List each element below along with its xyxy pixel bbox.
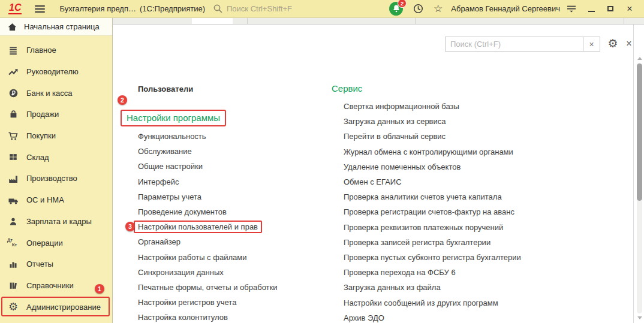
home-icon <box>7 22 17 32</box>
maximize-button[interactable] <box>603 2 618 16</box>
sidebar: Начальная страница Главное Руководителю … <box>0 18 113 323</box>
favorites-button[interactable]: ☆ <box>434 4 443 14</box>
service-menu-button[interactable] <box>566 4 577 14</box>
main-menu-hamburger-icon[interactable] <box>35 5 45 13</box>
app-context: (1С:Предприятие) <box>140 4 205 13</box>
panel-link[interactable]: Органайзер <box>138 234 278 249</box>
sidebar-item-zarplata-i-kadry[interactable]: Зарплата и кадры <box>0 211 112 233</box>
panel-link[interactable]: Архив ЭДО <box>344 310 521 323</box>
factory-icon <box>7 174 19 183</box>
clock-icon <box>413 3 424 14</box>
sidebar-item-label: Справочники <box>26 281 74 290</box>
sidebar-item-sklad[interactable]: Склад <box>0 146 112 168</box>
open-windows-strip <box>113 18 644 25</box>
scroll-down-arrow[interactable] <box>637 316 642 319</box>
notification-badge: 2 <box>398 0 407 8</box>
sidebar-menu: Главное Руководителю Банк и касса Продаж… <box>0 40 112 318</box>
panel-link-users-rights[interactable]: 3 Настройки пользователей и прав <box>138 219 278 234</box>
panel-link[interactable]: Проверка аналитики счетов учета капитала <box>344 189 521 204</box>
notifications-button[interactable]: 2 <box>389 2 403 16</box>
annotation-badge-2: 2 <box>118 95 127 105</box>
sidebar-item-administrirovanie[interactable]: ⚙ Администрирование <box>0 296 112 318</box>
star-icon: ☆ <box>434 4 443 14</box>
panel-link[interactable]: Общие настройки <box>138 159 278 174</box>
sidebar-item-rukovoditelyu[interactable]: Руководителю <box>0 61 112 83</box>
titlebar: 1С Бухгалтерия предп… (1С:Предприятие) П… <box>0 0 644 18</box>
gear-icon: ⚙ <box>7 301 19 312</box>
sidebar-item-bank-i-kassa[interactable]: Банк и касса <box>0 82 112 104</box>
window-close-button[interactable]: × <box>622 2 637 16</box>
panel-link[interactable]: Синхронизация данных <box>138 265 278 280</box>
vertical-scrollbar[interactable] <box>636 57 643 319</box>
panel-link[interactable]: Проверка перехода на ФСБУ 6 <box>344 265 521 280</box>
panel-link[interactable]: Проверка записей регистра бухгалтерии <box>344 235 521 250</box>
sidebar-item-label: Производство <box>26 174 77 183</box>
sidebar-item-label: Покупки <box>26 131 56 140</box>
settings-gear-button[interactable]: ⚙ <box>606 35 620 51</box>
sidebar-item-operacii[interactable]: ДтКт Операции <box>0 232 112 253</box>
service-section-header[interactable]: Сервис <box>332 83 362 93</box>
panel-link[interactable]: Обмен с ЕГАИС <box>344 174 521 189</box>
panel-link[interactable]: Загрузка данных из файла <box>344 280 521 295</box>
sidebar-item-otchety[interactable]: Отчеты <box>0 253 112 275</box>
person-icon <box>7 216 19 227</box>
service-links: Свертка информационной базы Загрузка дан… <box>344 99 521 323</box>
sidebar-item-label: Зарплата и кадры <box>26 217 92 226</box>
panel-link[interactable]: Параметры учета <box>138 189 278 204</box>
annotation-badge-1: 1 <box>95 284 104 294</box>
bar-chart-icon <box>7 259 19 269</box>
global-search-field[interactable]: Поиск Ctrl+Shift+F <box>213 4 357 14</box>
gear-icon: ⚙ <box>607 37 618 50</box>
panel-link[interactable]: Журнал обмена с контролирующими органами <box>344 144 521 159</box>
panel-link[interactable]: Обслуживание <box>138 144 278 159</box>
sidebar-item-glavnoe[interactable]: Главное <box>0 40 112 61</box>
sidebar-item-proizvodstvo[interactable]: Производство <box>0 168 112 189</box>
annotation-box-users-rights[interactable]: Настройки пользователей и прав <box>134 221 262 233</box>
panel-search-input[interactable] <box>445 37 583 52</box>
panel-link[interactable]: Загрузка данных из сервиса <box>344 114 521 129</box>
trend-up-icon <box>7 67 19 77</box>
scroll-up-arrow[interactable] <box>637 57 642 60</box>
1c-logo: 1С <box>8 3 22 14</box>
panel-link[interactable]: Проведение документов <box>138 204 278 219</box>
panel-link[interactable]: Проверка реквизитов платежных поручений <box>344 220 521 235</box>
menu-lines-icon <box>7 46 19 55</box>
panel-close-button[interactable]: × <box>622 37 636 51</box>
books-icon <box>7 280 19 291</box>
search-clear-button[interactable]: × <box>583 37 600 52</box>
scrollbar-thumb[interactable] <box>637 64 642 201</box>
program-settings-links: Функциональность Обслуживание Общие наст… <box>138 129 278 323</box>
users-section-header[interactable]: Пользователи <box>138 84 193 93</box>
panel-link[interactable]: Настройка колонтитулов <box>138 310 278 323</box>
sidebar-item-os-i-nma[interactable]: ОС и НМА <box>0 189 112 211</box>
panel-link[interactable]: Интерфейс <box>138 174 278 189</box>
sidebar-item-label: Отчеты <box>26 259 53 268</box>
sidebar-item-label: Руководителю <box>26 67 79 76</box>
sidebar-item-label: Банк и касса <box>26 89 73 98</box>
minimize-button[interactable] <box>584 2 598 16</box>
sidebar-item-label: Главное <box>26 46 56 55</box>
sidebar-item-label: Операции <box>26 239 63 247</box>
annotation-badge-3: 3 <box>125 222 135 231</box>
user-menu[interactable]: Абрамов Геннадий Сергеевич <box>451 4 560 13</box>
panel-link[interactable]: Настройки сообщений из других программ <box>344 295 521 310</box>
truck-icon <box>7 195 19 205</box>
panel-link[interactable]: Перейти в облачный сервис <box>344 129 521 144</box>
sidebar-item-prodazhi[interactable]: Продажи <box>0 104 112 125</box>
annotation-box-program-settings[interactable]: Настройки программы <box>121 110 226 126</box>
history-button[interactable] <box>413 3 424 14</box>
shopping-bag-icon <box>7 109 19 119</box>
sidebar-item-home[interactable]: Начальная страница <box>0 18 112 36</box>
panel-link[interactable]: Проверка регистрации счетов-фактур на ав… <box>344 204 521 219</box>
panel-link[interactable]: Свертка информационной базы <box>344 99 521 114</box>
panel-link[interactable]: Печатные формы, отчеты и обработки <box>138 280 278 295</box>
panel-link[interactable]: Настройки работы с файлами <box>138 250 278 265</box>
panel-link[interactable]: Функциональность <box>138 129 278 144</box>
panel-link[interactable]: Удаление помеченных объектов <box>344 159 521 174</box>
panel-link[interactable]: Проверка пустых субконто регистра бухгал… <box>344 250 521 265</box>
grid-icon <box>7 152 19 162</box>
program-settings-link[interactable]: Настройки программы <box>127 113 220 123</box>
panel-link[interactable]: Настройки регистров учета <box>138 295 278 310</box>
sidebar-item-pokupki[interactable]: Покупки <box>0 125 112 147</box>
search-icon <box>213 4 223 14</box>
